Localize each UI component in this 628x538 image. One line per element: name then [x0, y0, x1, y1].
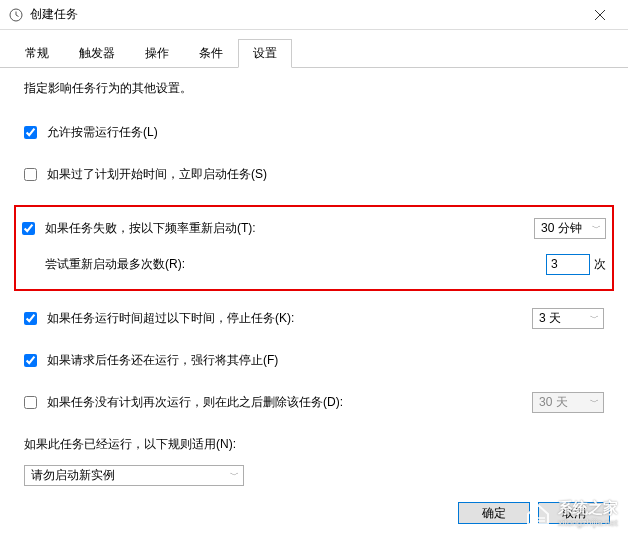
- select-if-running-rule[interactable]: 请勿启动新实例 ﹀: [24, 465, 244, 486]
- checkbox-restart-on-failure[interactable]: [22, 222, 35, 235]
- chevron-down-icon: ﹀: [592, 222, 601, 235]
- checkbox-stop-if-long[interactable]: [24, 312, 37, 325]
- select-if-running-rule-value: 请勿启动新实例: [31, 467, 115, 484]
- tab-actions[interactable]: 操作: [130, 39, 184, 68]
- label-allow-demand-run: 允许按需运行任务(L): [47, 124, 158, 141]
- label-if-running: 如果此任务已经运行，以下规则适用(N):: [24, 436, 236, 453]
- select-delete-after: 30 天 ﹀: [532, 392, 604, 413]
- tab-conditions[interactable]: 条件: [184, 39, 238, 68]
- row-force-stop: 如果请求后任务还在运行，强行将其停止(F): [24, 349, 604, 371]
- titlebar: 创建任务: [0, 0, 628, 30]
- label-stop-if-long: 如果任务运行时间超过以下时间，停止任务(K):: [47, 310, 294, 327]
- label-run-if-missed: 如果过了计划开始时间，立即启动任务(S): [47, 166, 267, 183]
- chevron-down-icon: ﹀: [230, 469, 239, 482]
- label-force-stop: 如果请求后任务还在运行，强行将其停止(F): [47, 352, 278, 369]
- row-allow-demand-run: 允许按需运行任务(L): [24, 121, 604, 143]
- ok-button[interactable]: 确定: [458, 502, 530, 524]
- close-button[interactable]: [580, 1, 620, 29]
- row-restart-on-failure: 如果任务失败，按以下频率重新启动(T): 30 分钟 ﹀: [22, 217, 606, 239]
- retry-suffix: 次: [594, 256, 606, 273]
- checkbox-force-stop[interactable]: [24, 354, 37, 367]
- checkbox-run-if-missed[interactable]: [24, 168, 37, 181]
- row-retry-count: 尝试重新启动最多次数(R): 次: [22, 253, 606, 275]
- label-restart-on-failure: 如果任务失败，按以下频率重新启动(T):: [45, 220, 256, 237]
- checkbox-delete-after[interactable]: [24, 396, 37, 409]
- chevron-down-icon: ﹀: [590, 312, 599, 325]
- panel-subtitle: 指定影响任务行为的其他设置。: [24, 80, 604, 97]
- app-icon: [8, 7, 24, 23]
- if-running-rule-container: 请勿启动新实例 ﹀: [24, 465, 604, 486]
- svg-line-2: [16, 15, 19, 17]
- settings-panel: 指定影响任务行为的其他设置。 允许按需运行任务(L) 如果过了计划开始时间，立即…: [0, 68, 628, 498]
- label-delete-after: 如果任务没有计划再次运行，则在此之后删除该任务(D):: [47, 394, 343, 411]
- chevron-down-icon: ﹀: [590, 396, 599, 409]
- restart-on-failure-group: 如果任务失败，按以下频率重新启动(T): 30 分钟 ﹀ 尝试重新启动最多次数(…: [14, 205, 614, 291]
- cancel-button[interactable]: 取消: [538, 502, 610, 524]
- dialog-buttons: 确定 取消: [458, 502, 610, 524]
- row-run-if-missed: 如果过了计划开始时间，立即启动任务(S): [24, 163, 604, 185]
- label-retry-count: 尝试重新启动最多次数(R):: [45, 256, 185, 273]
- select-stop-duration[interactable]: 3 天 ﹀: [532, 308, 604, 329]
- row-if-running: 如果此任务已经运行，以下规则适用(N):: [24, 433, 604, 455]
- checkbox-allow-demand-run[interactable]: [24, 126, 37, 139]
- window-title: 创建任务: [30, 6, 580, 23]
- row-stop-if-long: 如果任务运行时间超过以下时间，停止任务(K): 3 天 ﹀: [24, 307, 604, 329]
- tab-general[interactable]: 常规: [10, 39, 64, 68]
- input-retry-count[interactable]: [546, 254, 590, 275]
- select-restart-interval-value: 30 分钟: [541, 220, 582, 237]
- select-delete-after-value: 30 天: [539, 394, 568, 411]
- tab-strip: 常规 触发器 操作 条件 设置: [0, 30, 628, 68]
- row-delete-after: 如果任务没有计划再次运行，则在此之后删除该任务(D): 30 天 ﹀: [24, 391, 604, 413]
- tab-triggers[interactable]: 触发器: [64, 39, 130, 68]
- tab-settings[interactable]: 设置: [238, 39, 292, 68]
- select-stop-duration-value: 3 天: [539, 310, 561, 327]
- select-restart-interval[interactable]: 30 分钟 ﹀: [534, 218, 606, 239]
